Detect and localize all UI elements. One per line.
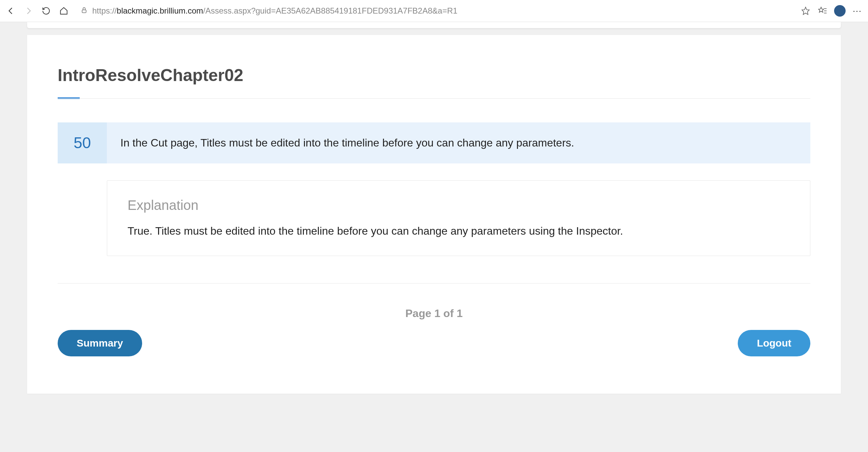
forward-button[interactable]: [23, 5, 34, 16]
title-divider: [58, 98, 810, 99]
explanation-block: Explanation True. Titles must be edited …: [107, 180, 810, 256]
home-button[interactable]: [58, 5, 69, 16]
footer-divider: [58, 283, 810, 283]
content-card: IntroResolveChapter02 50 In the Cut page…: [27, 35, 841, 394]
pagination-text: Page 1 of 1: [58, 307, 810, 320]
address-bar[interactable]: https://blackmagic.brillium.com/Assess.a…: [74, 3, 795, 18]
explanation-heading: Explanation: [128, 198, 790, 213]
url-path: /Assess.aspx?guid=AE35A62AB885419181FDED…: [203, 6, 458, 15]
browser-toolbar: https://blackmagic.brillium.com/Assess.a…: [0, 0, 868, 22]
more-menu-icon[interactable]: ···: [852, 5, 863, 16]
svg-marker-1: [802, 7, 809, 15]
nav-buttons: [5, 5, 69, 16]
url-text: https://blackmagic.brillium.com/Assess.a…: [92, 6, 789, 16]
logout-button[interactable]: Logout: [738, 330, 810, 356]
explanation-text: True. Titles must be edited into the tim…: [128, 223, 790, 239]
question-block: 50 In the Cut page, Titles must be edite…: [58, 122, 810, 163]
url-protocol: https://: [92, 6, 117, 15]
refresh-button[interactable]: [41, 5, 52, 16]
question-text: In the Cut page, Titles must be edited i…: [107, 122, 810, 163]
svg-marker-2: [818, 7, 824, 12]
back-button[interactable]: [5, 5, 16, 16]
page-title: IntroResolveChapter02: [58, 65, 810, 85]
action-buttons: Summary Logout: [58, 330, 810, 356]
page-body: IntroResolveChapter02 50 In the Cut page…: [0, 22, 868, 452]
favorite-star-icon[interactable]: [800, 5, 811, 16]
summary-button[interactable]: Summary: [58, 330, 142, 356]
profile-avatar[interactable]: [834, 5, 846, 17]
url-host: blackmagic.brillium.com: [117, 6, 203, 15]
svg-rect-0: [82, 10, 86, 13]
tab-bar-remnant: [27, 22, 841, 28]
question-number: 50: [58, 122, 107, 163]
toolbar-right: ···: [800, 5, 863, 17]
lock-icon: [81, 6, 88, 16]
favorites-list-icon[interactable]: [817, 5, 828, 16]
